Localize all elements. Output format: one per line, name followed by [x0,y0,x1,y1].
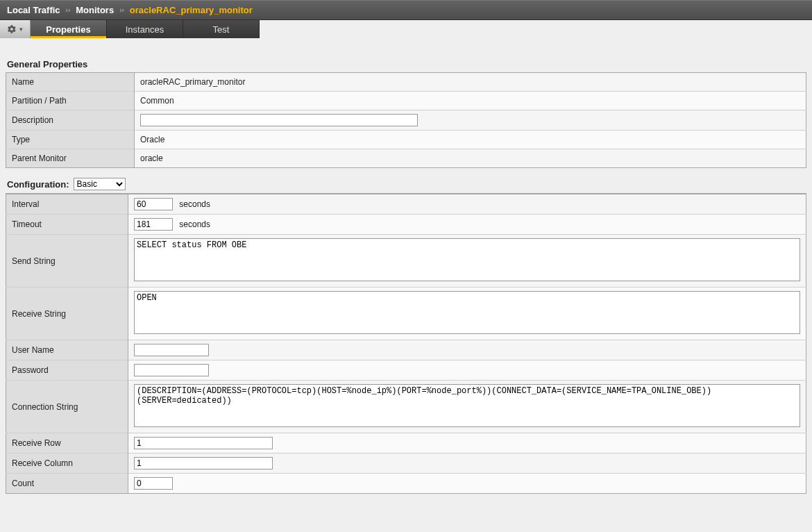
gear-menu[interactable]: ▾ [0,20,31,38]
label-parent: Parent Monitor [6,149,135,168]
row-password: Password [6,360,806,381]
label-interval: Interval [6,194,128,215]
configuration-select[interactable]: Basic [74,178,126,190]
label-partition: Partition / Path [6,92,135,110]
section-title-general: General Properties [7,59,806,69]
row-type: Type Oracle [6,131,806,149]
receive-string-textarea[interactable] [134,291,800,334]
breadcrumb-sep-icon: ›› [66,6,71,14]
tab-instances[interactable]: Instances [107,20,183,38]
row-connection-string: Connection String [6,381,806,433]
label-type: Type [6,131,135,149]
timeout-input[interactable] [134,218,173,231]
label-count: Count [6,474,128,494]
send-string-textarea[interactable] [134,238,800,281]
tabs-bar: ▾ Properties Instances Test [0,20,812,38]
interval-unit: seconds [179,199,210,209]
row-name: Name oracleRAC_primary_monitor [6,73,806,92]
count-input[interactable] [134,477,173,490]
breadcrumb-root[interactable]: Local Traffic [7,5,60,15]
breadcrumb-sep-icon: ›› [119,6,124,14]
general-properties-table: Name oracleRAC_primary_monitor Partition… [6,72,806,168]
breadcrumb-current: oracleRAC_primary_monitor [130,5,253,15]
value-name: oracleRAC_primary_monitor [135,73,806,92]
row-parent: Parent Monitor oracle [6,149,806,168]
connection-string-textarea[interactable] [134,384,800,427]
breadcrumb-mid[interactable]: Monitors [76,5,114,15]
row-timeout: Timeout seconds [6,215,806,235]
row-receive-row: Receive Row [6,433,806,454]
row-interval: Interval seconds [6,194,806,215]
row-receive-string: Receive String [6,288,806,340]
label-name: Name [6,73,135,92]
label-receive-column: Receive Column [6,454,128,474]
configuration-header: Configuration: Basic [7,178,806,190]
label-send-string: Send String [6,235,128,288]
row-partition: Partition / Path Common [6,92,806,110]
breadcrumb: Local Traffic ›› Monitors ›› oracleRAC_p… [0,0,812,20]
username-input[interactable] [134,344,209,356]
row-send-string: Send String [6,235,806,288]
value-parent: oracle [135,149,806,168]
tab-label: Properties [46,24,90,35]
timeout-unit: seconds [179,219,210,229]
description-input[interactable] [140,114,418,126]
chevron-down-icon: ▾ [19,26,23,33]
interval-input[interactable] [134,198,173,210]
receive-column-input[interactable] [134,457,273,469]
tab-test[interactable]: Test [183,20,260,38]
label-username: User Name [6,340,128,360]
row-receive-column: Receive Column [6,454,806,474]
configuration-label: Configuration: [7,179,69,190]
label-description: Description [6,110,135,131]
label-connection-string: Connection String [6,381,128,433]
label-timeout: Timeout [6,215,128,235]
password-input[interactable] [134,364,209,376]
tab-label: Instances [126,24,164,35]
value-type: Oracle [135,131,806,149]
tab-properties[interactable]: Properties [31,20,107,38]
row-count: Count [6,474,806,494]
label-receive-string: Receive String [6,288,128,340]
row-description: Description [6,110,806,131]
gear-icon [7,24,17,34]
receive-row-input[interactable] [134,437,273,449]
tab-label: Test [213,24,230,35]
row-username: User Name [6,340,806,360]
configuration-table: Interval seconds Timeout seconds Send St… [6,193,806,494]
value-partition: Common [135,92,806,110]
label-receive-row: Receive Row [6,433,128,454]
label-password: Password [6,360,128,381]
